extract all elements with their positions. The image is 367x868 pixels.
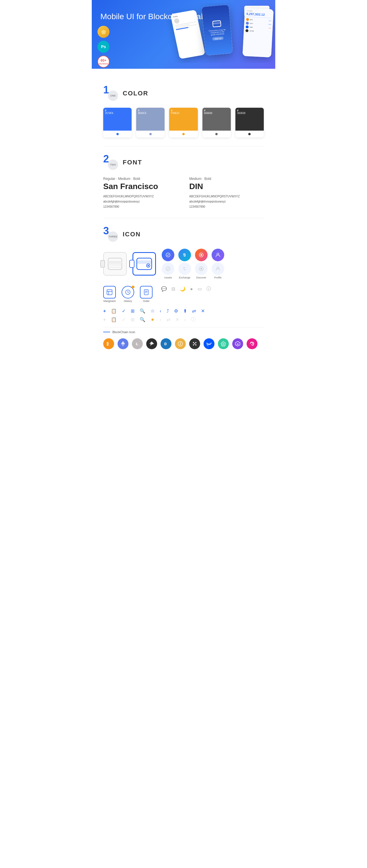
sketch-badge <box>97 26 110 38</box>
phone-right: myWallet 6,297,502.12 BTC +1.2 ETH +0.8 … <box>243 8 274 57</box>
star-icon: ☆ <box>150 308 154 314</box>
litecoin-icon: Ł <box>132 338 143 349</box>
svg-point-39 <box>193 342 194 343</box>
back-icon-outline: ‹ <box>160 317 161 322</box>
svg-point-19 <box>200 268 202 270</box>
svg-text:Đ: Đ <box>164 342 167 346</box>
crypto-icons-row: ₿ Ł Đ <box>103 338 264 349</box>
section-number-2: 2 TWO <box>103 155 118 170</box>
swatch-gray-blue: #8DA0C8 <box>136 108 165 137</box>
plus-icon-outline: + <box>103 317 106 322</box>
blackcoin-icon <box>146 338 157 349</box>
screens-badge: 60+ Screens <box>97 56 110 68</box>
icon-wireframe-1 <box>103 252 127 276</box>
info-icon-outline: ⓘ <box>191 316 196 322</box>
layers-icon: ⊟ <box>171 286 175 291</box>
forward-icon-outline: › <box>185 317 186 322</box>
back-icon: ‹ <box>160 309 161 314</box>
icon-profile: Profile <box>211 249 224 279</box>
chat-icon: 💬 <box>161 286 167 291</box>
qr-icon: ⊞ <box>131 308 135 314</box>
icon-section-title: ICON <box>123 230 141 238</box>
ethereum-icon <box>117 338 129 349</box>
svg-point-43 <box>194 343 195 344</box>
kyber-icon <box>218 338 229 349</box>
x-icon-outline: ✕ <box>175 317 179 322</box>
font-section-title: FONT <box>123 159 142 166</box>
plus-icon: + <box>103 309 106 314</box>
icon-exchange: Exchange <box>178 249 191 279</box>
svg-text:₿: ₿ <box>107 341 109 346</box>
color-swatches: #3574FA #8DA0C8 #F5A623 #666666 #303030 <box>103 108 264 137</box>
blockchain-label: BlockChain Icon <box>103 330 264 334</box>
matic-icon <box>232 338 243 349</box>
font-section-header: 2 TWO FONT <box>103 155 264 170</box>
svg-rect-3 <box>213 22 221 24</box>
icon-wallet-colored <box>133 252 156 276</box>
check-icon: ✓ <box>122 308 125 314</box>
check-icon-outline: ✓ <box>122 317 125 322</box>
swatch-blue: #3574FA <box>103 108 132 137</box>
svg-rect-28 <box>144 290 148 295</box>
dash-icon: Đ <box>161 338 171 349</box>
section-number-1: 1 ONE <box>103 86 118 101</box>
message-icon: ▭ <box>198 286 202 291</box>
swatch-orange: #F5A623 <box>169 108 198 137</box>
icon-app-row: Mangment History <box>103 286 264 303</box>
hero-badges: Ps 60+ Screens <box>97 26 110 68</box>
font-din: Medium · Bold DIN ABCDEFGHIJKLMNOPQRSTUV… <box>189 177 264 209</box>
section-number-3: 3 THREE <box>103 227 118 242</box>
svg-point-40 <box>195 342 196 343</box>
svg-marker-45 <box>222 342 225 345</box>
icon-discover: Discover <box>195 249 207 279</box>
blockchain-line <box>103 332 110 332</box>
swap-arrows-icon: ⇄ <box>167 317 170 322</box>
phone-mockups: Profile Characters may be mastered in th… <box>166 3 275 63</box>
named-icons-colored: Assets Exchange <box>162 249 224 279</box>
moon-icon: 🌙 <box>180 286 186 291</box>
misc-icons: 💬 ⊟ 🌙 ● ▭ ⓘ <box>161 286 211 292</box>
color-section-header: 1 ONE COLOR <box>103 86 264 101</box>
info-icon: ⓘ <box>206 286 211 292</box>
icon-order: Order <box>140 286 152 303</box>
icon-management: Mangment <box>103 286 116 303</box>
bitcoin-icon: ₿ <box>103 338 114 349</box>
settings-icon: ⚙ <box>174 308 178 314</box>
svg-line-27 <box>128 292 129 293</box>
font-sf: Regular · Medium · Bold San Francisco AB… <box>103 177 178 209</box>
content-area: 1 ONE COLOR #3574FA #8DA0C8 #F5A623 #666… <box>92 69 275 358</box>
svg-point-41 <box>193 344 194 345</box>
hero-section: Mobile UI for Blockchain Wallet UI Kit P… <box>92 0 275 69</box>
svg-point-42 <box>195 344 196 345</box>
color-section-title: COLOR <box>123 90 148 97</box>
ps-badge: Ps <box>97 41 110 53</box>
icon-section-header: 3 THREE ICON <box>103 227 264 242</box>
svg-marker-33 <box>121 341 125 345</box>
svg-rect-22 <box>107 290 112 295</box>
swap-icon: ⇄ <box>192 308 196 314</box>
qr-icon-outline: ⊞ <box>131 317 135 322</box>
share-icon: ⤴ <box>167 309 169 314</box>
search-icon: 🔍 <box>140 308 145 314</box>
phone-center: Characters may be mastered in the great … <box>202 5 233 56</box>
export-icon: ⬆ <box>183 308 187 314</box>
svg-text:Ł: Ł <box>136 342 138 346</box>
swatch-dark: #303030 <box>235 108 264 137</box>
icon-large-row: Assets Exchange <box>103 249 264 279</box>
circle-icon: ● <box>190 286 193 291</box>
icon-history: History <box>121 286 134 303</box>
utility-icons-section: + 📋 ✓ ⊞ 🔍 ☆ ‹ ⤴ ⚙ ⬆ ⇄ ✕ + 📋 ✓ ⊞ 🔍 ★ ‹ ⇄ … <box>103 308 264 322</box>
note-icon-outline: 📋 <box>111 317 117 322</box>
svg-rect-9 <box>137 260 152 264</box>
svg-point-11 <box>148 265 149 267</box>
zcash-icon: Z <box>175 338 186 349</box>
font-showcase: Regular · Medium · Bold San Francisco AB… <box>103 177 264 209</box>
svg-point-17 <box>200 254 202 256</box>
star-filled-icon: ★ <box>150 317 154 322</box>
note-icon: 📋 <box>111 308 117 314</box>
iota-icon <box>189 338 200 349</box>
svg-text:Z: Z <box>179 342 181 345</box>
phone-left: Profile <box>170 10 205 59</box>
svg-rect-5 <box>108 261 122 264</box>
waves-icon <box>204 338 215 349</box>
